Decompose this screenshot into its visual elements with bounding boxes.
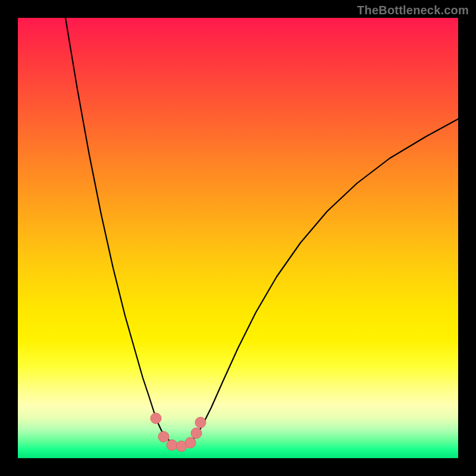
trough-dot <box>195 417 206 428</box>
curve-right-branch <box>181 119 458 446</box>
chart-frame: TheBottleneck.com <box>0 0 476 476</box>
plot-area <box>18 18 458 458</box>
trough-dot <box>151 413 161 424</box>
trough-dot <box>191 428 202 439</box>
watermark-text: TheBottleneck.com <box>357 4 469 17</box>
curve-svg <box>18 18 458 458</box>
trough-dot <box>167 440 177 450</box>
trough-dots <box>151 413 206 452</box>
trough-dot <box>185 437 196 448</box>
curve-left-branch <box>65 18 181 446</box>
trough-dot <box>158 431 169 442</box>
